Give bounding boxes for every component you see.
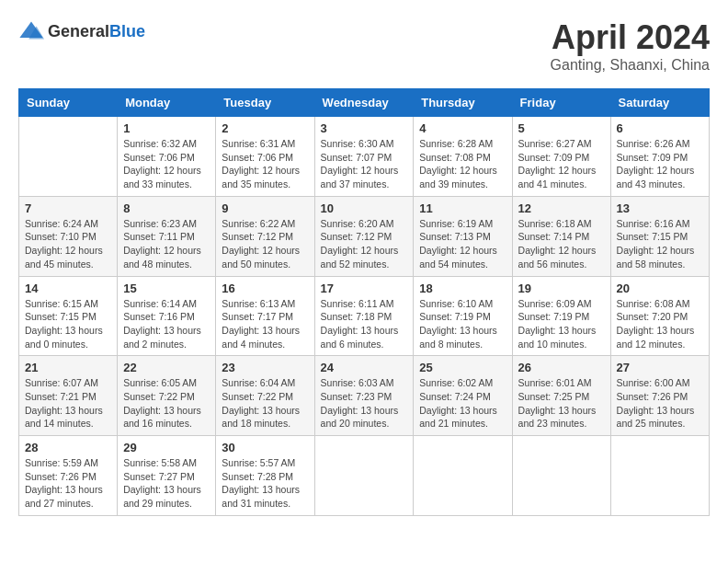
calendar-cell: 18Sunrise: 6:10 AMSunset: 7:19 PMDayligh…	[414, 276, 512, 356]
day-number: 27	[617, 361, 703, 374]
day-number: 20	[617, 282, 703, 295]
calendar-cell: 5Sunrise: 6:27 AMSunset: 7:09 PMDaylight…	[512, 117, 610, 197]
title-area: April 2024 Ganting, Shaanxi, China	[551, 18, 710, 74]
calendar-cell: 7Sunrise: 6:24 AMSunset: 7:10 PMDaylight…	[19, 196, 118, 276]
day-info: Sunrise: 6:20 AMSunset: 7:12 PMDaylight:…	[321, 217, 408, 271]
calendar-cell: 17Sunrise: 6:11 AMSunset: 7:18 PMDayligh…	[314, 276, 414, 356]
day-number: 8	[123, 201, 210, 215]
day-info: Sunrise: 6:16 AMSunset: 7:15 PMDaylight:…	[617, 217, 703, 271]
day-number: 21	[25, 361, 111, 374]
day-info: Sunrise: 6:28 AMSunset: 7:08 PMDaylight:…	[419, 137, 506, 191]
day-info: Sunrise: 5:58 AMSunset: 7:27 PMDaylight:…	[123, 456, 210, 511]
calendar-cell	[610, 436, 709, 516]
day-number: 3	[321, 121, 408, 135]
col-header-friday: Friday	[512, 89, 610, 117]
day-number: 10	[321, 201, 408, 215]
col-header-monday: Monday	[118, 89, 216, 117]
subtitle: Ganting, Shaanxi, China	[551, 57, 710, 74]
calendar-cell: 25Sunrise: 6:02 AMSunset: 7:24 PMDayligh…	[414, 356, 512, 436]
day-info: Sunrise: 6:31 AMSunset: 7:06 PMDaylight:…	[222, 137, 308, 191]
day-number: 29	[123, 441, 210, 454]
calendar-week-row: 21Sunrise: 6:07 AMSunset: 7:21 PMDayligh…	[19, 356, 710, 436]
calendar-table: SundayMondayTuesdayWednesdayThursdayFrid…	[18, 88, 710, 516]
day-info: Sunrise: 6:19 AMSunset: 7:13 PMDaylight:…	[419, 217, 506, 271]
calendar-cell: 30Sunrise: 5:57 AMSunset: 7:28 PMDayligh…	[216, 436, 314, 516]
day-info: Sunrise: 6:05 AMSunset: 7:22 PMDaylight:…	[123, 376, 210, 431]
col-header-sunday: Sunday	[19, 89, 118, 117]
calendar-cell: 19Sunrise: 6:09 AMSunset: 7:19 PMDayligh…	[512, 276, 610, 356]
day-number: 30	[222, 441, 308, 454]
calendar-cell: 23Sunrise: 6:04 AMSunset: 7:22 PMDayligh…	[216, 356, 314, 436]
calendar-cell: 2Sunrise: 6:31 AMSunset: 7:06 PMDaylight…	[216, 117, 314, 197]
day-info: Sunrise: 6:02 AMSunset: 7:24 PMDaylight:…	[419, 376, 506, 431]
calendar-cell	[512, 436, 610, 516]
day-info: Sunrise: 6:08 AMSunset: 7:20 PMDaylight:…	[617, 297, 703, 351]
day-info: Sunrise: 6:24 AMSunset: 7:10 PMDaylight:…	[25, 217, 111, 271]
logo: GeneralBlue	[18, 18, 145, 44]
calendar-cell: 8Sunrise: 6:23 AMSunset: 7:11 PMDaylight…	[118, 196, 216, 276]
day-info: Sunrise: 6:30 AMSunset: 7:07 PMDaylight:…	[321, 137, 408, 191]
calendar-cell	[19, 117, 118, 197]
day-info: Sunrise: 6:09 AMSunset: 7:19 PMDaylight:…	[518, 297, 605, 351]
calendar-cell	[314, 436, 414, 516]
calendar-cell: 24Sunrise: 6:03 AMSunset: 7:23 PMDayligh…	[314, 356, 414, 436]
day-number: 2	[222, 121, 308, 135]
day-number: 19	[518, 282, 605, 295]
main-title: April 2024	[551, 18, 710, 57]
day-number: 9	[222, 201, 308, 215]
day-number: 17	[321, 282, 408, 295]
calendar-cell: 13Sunrise: 6:16 AMSunset: 7:15 PMDayligh…	[610, 196, 709, 276]
day-number: 15	[123, 282, 210, 295]
day-info: Sunrise: 5:57 AMSunset: 7:28 PMDaylight:…	[222, 456, 308, 511]
col-header-thursday: Thursday	[414, 89, 512, 117]
calendar-cell: 1Sunrise: 6:32 AMSunset: 7:06 PMDaylight…	[118, 117, 216, 197]
calendar-cell: 21Sunrise: 6:07 AMSunset: 7:21 PMDayligh…	[19, 356, 118, 436]
day-info: Sunrise: 6:14 AMSunset: 7:16 PMDaylight:…	[123, 297, 210, 351]
calendar-cell: 10Sunrise: 6:20 AMSunset: 7:12 PMDayligh…	[314, 196, 414, 276]
day-info: Sunrise: 6:07 AMSunset: 7:21 PMDaylight:…	[25, 376, 111, 431]
day-number: 24	[321, 361, 408, 374]
day-info: Sunrise: 6:00 AMSunset: 7:26 PMDaylight:…	[617, 376, 703, 431]
day-info: Sunrise: 6:11 AMSunset: 7:18 PMDaylight:…	[321, 297, 408, 351]
day-number: 16	[222, 282, 308, 295]
calendar-cell: 20Sunrise: 6:08 AMSunset: 7:20 PMDayligh…	[610, 276, 709, 356]
logo-blue: Blue	[109, 22, 145, 40]
calendar-week-row: 7Sunrise: 6:24 AMSunset: 7:10 PMDaylight…	[19, 196, 710, 276]
col-header-saturday: Saturday	[610, 89, 709, 117]
day-number: 7	[25, 201, 111, 215]
day-info: Sunrise: 6:27 AMSunset: 7:09 PMDaylight:…	[518, 137, 605, 191]
col-header-tuesday: Tuesday	[216, 89, 314, 117]
day-number: 18	[419, 282, 506, 295]
day-number: 12	[518, 201, 605, 215]
day-info: Sunrise: 6:04 AMSunset: 7:22 PMDaylight:…	[222, 376, 308, 431]
calendar-cell: 22Sunrise: 6:05 AMSunset: 7:22 PMDayligh…	[118, 356, 216, 436]
day-info: Sunrise: 6:03 AMSunset: 7:23 PMDaylight:…	[321, 376, 408, 431]
calendar-cell: 27Sunrise: 6:00 AMSunset: 7:26 PMDayligh…	[610, 356, 709, 436]
day-number: 22	[123, 361, 210, 374]
day-info: Sunrise: 6:15 AMSunset: 7:15 PMDaylight:…	[25, 297, 111, 351]
day-number: 14	[25, 282, 111, 295]
day-info: Sunrise: 6:18 AMSunset: 7:14 PMDaylight:…	[518, 217, 605, 271]
col-header-wednesday: Wednesday	[314, 89, 414, 117]
calendar-week-row: 28Sunrise: 5:59 AMSunset: 7:26 PMDayligh…	[19, 436, 710, 516]
calendar-week-row: 1Sunrise: 6:32 AMSunset: 7:06 PMDaylight…	[19, 117, 710, 197]
calendar-cell: 16Sunrise: 6:13 AMSunset: 7:17 PMDayligh…	[216, 276, 314, 356]
day-info: Sunrise: 6:26 AMSunset: 7:09 PMDaylight:…	[617, 137, 703, 191]
logo-text: GeneralBlue	[48, 22, 145, 41]
calendar-cell: 4Sunrise: 6:28 AMSunset: 7:08 PMDaylight…	[414, 117, 512, 197]
logo-icon	[18, 18, 44, 44]
day-info: Sunrise: 6:23 AMSunset: 7:11 PMDaylight:…	[123, 217, 210, 271]
calendar-header-row: SundayMondayTuesdayWednesdayThursdayFrid…	[19, 89, 710, 117]
day-info: Sunrise: 6:10 AMSunset: 7:19 PMDaylight:…	[419, 297, 506, 351]
day-number: 11	[419, 201, 506, 215]
calendar-cell: 3Sunrise: 6:30 AMSunset: 7:07 PMDaylight…	[314, 117, 414, 197]
day-info: Sunrise: 6:32 AMSunset: 7:06 PMDaylight:…	[123, 137, 210, 191]
day-number: 26	[518, 361, 605, 374]
day-number: 13	[617, 201, 703, 215]
calendar-cell: 29Sunrise: 5:58 AMSunset: 7:27 PMDayligh…	[118, 436, 216, 516]
calendar-cell: 6Sunrise: 6:26 AMSunset: 7:09 PMDaylight…	[610, 117, 709, 197]
calendar-cell: 12Sunrise: 6:18 AMSunset: 7:14 PMDayligh…	[512, 196, 610, 276]
day-number: 4	[419, 121, 506, 135]
calendar-cell: 28Sunrise: 5:59 AMSunset: 7:26 PMDayligh…	[19, 436, 118, 516]
calendar-cell: 26Sunrise: 6:01 AMSunset: 7:25 PMDayligh…	[512, 356, 610, 436]
